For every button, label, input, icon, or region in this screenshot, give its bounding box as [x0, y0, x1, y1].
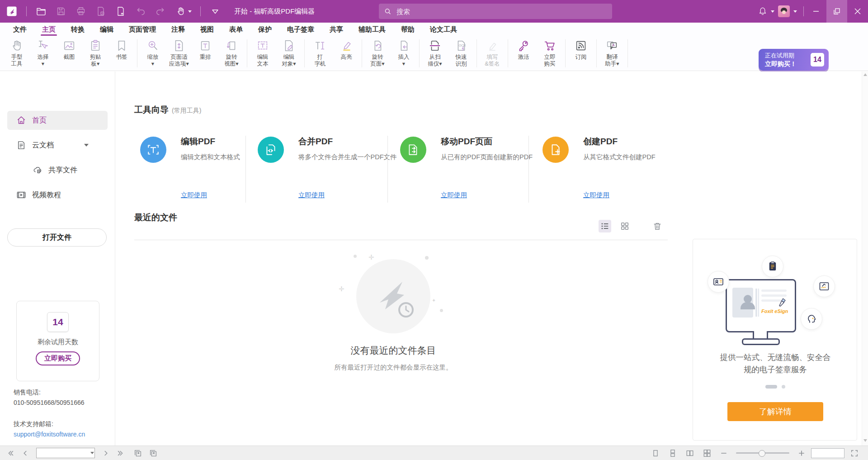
translate-tool[interactable]: A 翻译 助手▾ [599, 38, 625, 67]
menu-item-edit[interactable]: 编辑 [92, 23, 121, 36]
bookmark-tool[interactable]: 书签 [108, 38, 135, 61]
sidebar-item-shared-files[interactable]: 共享文件 [7, 161, 124, 180]
fullscreen-button[interactable] [847, 448, 862, 459]
clear-recent-button[interactable] [651, 220, 664, 232]
hand-tool[interactable]: 手型 工具 [4, 38, 30, 67]
use-now-link[interactable]: 立即使用 [181, 191, 207, 199]
tool-label: 缩放 ▾ [147, 54, 159, 67]
learn-more-button[interactable]: 了解详情 [727, 402, 823, 421]
page-fit-tool[interactable]: 页面适 应选项▾ [166, 38, 192, 67]
menu-item-paper-tools[interactable]: 论文工具 [422, 23, 465, 36]
use-now-link[interactable]: 立即使用 [298, 191, 325, 199]
menu-item-comment[interactable]: 注释 [164, 23, 193, 36]
menu-item-file[interactable]: 文件 [5, 23, 34, 36]
scan-tool[interactable]: 从扫 描仪▾ [422, 38, 448, 67]
dot-decoration [425, 256, 429, 260]
wizard-card-merge-pdf[interactable]: 合并PDF 将多个文件合并生成一个PDF文件 立即使用 [258, 135, 384, 207]
chevron-down-icon[interactable] [90, 452, 94, 454]
highlight-tool[interactable]: 高亮 [333, 38, 359, 61]
vertical-scrollbar[interactable] [862, 71, 868, 446]
menu-item-view[interactable]: 视图 [193, 23, 222, 36]
snapshot-icon [62, 38, 76, 53]
menu-item-accessibility[interactable]: 辅助工具 [351, 23, 393, 36]
zoom-percent-box[interactable] [811, 448, 844, 458]
subscribe-tool[interactable]: 订阅 [568, 38, 594, 61]
chevron-down-icon[interactable] [771, 10, 774, 13]
dot-decoration [354, 255, 357, 258]
activate-tool[interactable]: 激活 [510, 38, 537, 61]
continuous-view-button[interactable] [665, 448, 680, 459]
close-button[interactable] [847, 0, 868, 23]
new-page-icon[interactable] [113, 4, 128, 19]
zoom-slider[interactable] [736, 452, 789, 454]
carousel-dot[interactable] [782, 385, 785, 389]
use-now-link[interactable]: 立即使用 [583, 191, 609, 199]
grid-view-button[interactable] [618, 220, 631, 232]
search-input[interactable] [396, 7, 607, 16]
menu-item-esign[interactable]: 电子签章 [279, 23, 322, 36]
typewriter-tool[interactable]: 打 字机 [307, 38, 333, 67]
wizard-card-create-pdf[interactable]: 创建PDF 从其它格式文件创建PDF 立即使用 [542, 135, 669, 207]
facing-continuous-view-button[interactable] [700, 448, 714, 459]
support-email-link[interactable]: support@foxitsoftware.cn [14, 429, 85, 440]
chevron-down-icon[interactable] [84, 144, 89, 147]
sidebar-item-home[interactable]: 首页 [7, 111, 108, 130]
sidebar-item-video-tutorials[interactable]: 视频教程 [7, 185, 108, 204]
zoom-tool[interactable]: 缩放 ▾ [140, 38, 166, 67]
menu-item-page-manage[interactable]: 页面管理 [121, 23, 164, 36]
carousel-dot-active[interactable] [765, 385, 777, 389]
user-avatar[interactable] [778, 5, 790, 17]
wizard-card-edit-pdf[interactable]: 编辑PDF 编辑文档和文本格式 立即使用 [140, 135, 244, 207]
first-page-button[interactable] [4, 448, 18, 459]
chevron-down-icon[interactable] [793, 10, 797, 13]
zoom-out-button[interactable] [717, 448, 731, 459]
menu-item-protect[interactable]: 保护 [250, 23, 279, 36]
search-box[interactable] [379, 4, 612, 19]
scroll-up-arrow-icon[interactable] [863, 73, 867, 76]
rotate-pages-tool[interactable]: 旋转 页面▾ [364, 38, 391, 67]
menu-item-convert[interactable]: 转换 [63, 23, 92, 36]
wizard-card-move-pages[interactable]: 移动PDF页面 从已有的PDF页面创建新的PDF 立即使用 [400, 135, 527, 207]
sidebar-item-cloud-docs[interactable]: 云文档 [7, 136, 108, 155]
scroll-down-arrow-icon[interactable] [863, 439, 867, 442]
open-file-icon[interactable] [34, 4, 48, 19]
trial-badge[interactable]: 正在试用期 立即购买！ 14 [759, 49, 829, 71]
edit-text-tool[interactable]: 编辑 文本 [250, 38, 276, 67]
open-file-button[interactable]: 打开文件 [7, 228, 107, 247]
page-number-combo[interactable] [36, 448, 95, 458]
zoom-slider-handle[interactable] [759, 450, 765, 457]
next-page-button[interactable] [99, 448, 113, 459]
notifications-bell-icon[interactable] [755, 4, 770, 19]
menu-item-share[interactable]: 共享 [322, 23, 351, 36]
ocr-tool[interactable]: OCR 快速 识别 [448, 38, 474, 67]
last-page-button[interactable] [113, 448, 127, 459]
page-number-input[interactable] [37, 449, 88, 457]
ribbon-mode-icon[interactable] [208, 4, 222, 19]
previous-view-button[interactable] [130, 448, 146, 459]
next-view-button[interactable] [146, 448, 161, 459]
insert-pages-icon [397, 38, 410, 53]
reflow-tool[interactable]: 重排 [192, 38, 218, 61]
divider [26, 6, 27, 16]
snapshot-tool[interactable]: 截图 [56, 38, 82, 61]
insert-pages-tool[interactable]: 插入 ▾ [391, 38, 417, 67]
select-tool[interactable]: 选择 ▾ [30, 38, 56, 67]
minimize-button[interactable] [806, 0, 826, 23]
hand-tool-quick-icon[interactable] [173, 4, 193, 19]
single-page-view-button[interactable] [648, 448, 663, 459]
facing-view-button[interactable] [683, 448, 697, 459]
buy-now-button[interactable]: 立即购买 [36, 351, 80, 365]
prev-page-button[interactable] [18, 448, 33, 459]
restore-button[interactable] [826, 0, 847, 23]
buy-tool[interactable]: 立即 购买 [537, 38, 563, 67]
menu-item-form[interactable]: 表单 [222, 23, 250, 36]
list-view-button[interactable] [599, 220, 611, 232]
trial-days-count: 14 [47, 312, 69, 332]
edit-object-tool[interactable]: 编辑 对象▾ [276, 38, 302, 67]
zoom-in-button[interactable] [795, 448, 808, 459]
menu-item-help[interactable]: 帮助 [393, 23, 422, 36]
use-now-link[interactable]: 立即使用 [441, 191, 467, 199]
clipboard-tool[interactable]: 剪贴 板▾ [82, 38, 108, 67]
rotate-view-tool[interactable]: 旋转 视图▾ [218, 38, 245, 67]
menu-item-home[interactable]: 主页 [34, 23, 63, 36]
